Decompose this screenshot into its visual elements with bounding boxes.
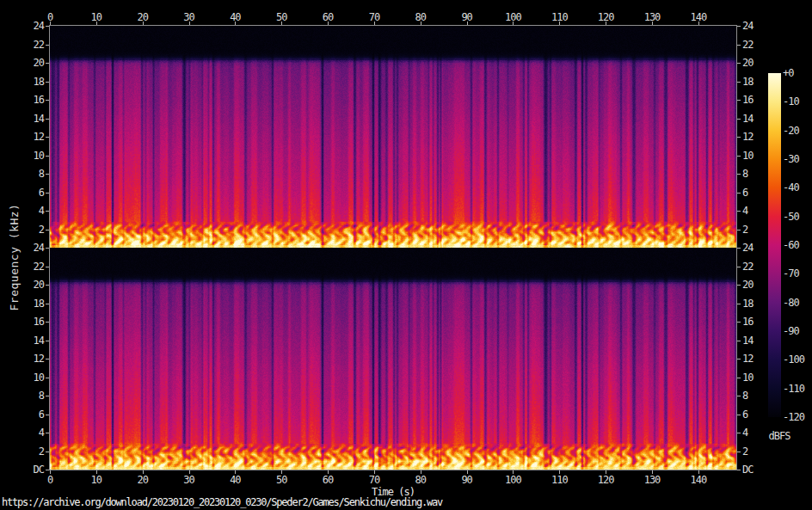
time-tick-label: 140 [681, 474, 716, 486]
freq-tick-label: 20 [15, 279, 44, 291]
freq-tick-label: 16 [15, 316, 44, 328]
freq-tick [46, 100, 49, 101]
freq-tick-label: 8 [15, 168, 44, 180]
freq-tick [737, 415, 741, 415]
freq-tick [46, 63, 49, 64]
freq-tick [46, 174, 49, 175]
time-tick-label: 120 [588, 474, 623, 486]
freq-tick [737, 26, 741, 27]
freq-tick [46, 156, 49, 157]
freq-tick [737, 119, 741, 120]
freq-tick-label: 4 [15, 427, 44, 439]
time-tick-label: 10 [79, 11, 114, 23]
time-tick-label: 50 [264, 474, 298, 486]
freq-tick [46, 26, 49, 27]
colorbar-tick-label: -20 [783, 125, 812, 137]
colorbar-unit-label: dBFS [754, 430, 804, 442]
freq-tick [737, 230, 741, 230]
freq-tick [737, 193, 741, 194]
freq-tick [737, 470, 741, 470]
freq-tick [737, 82, 741, 83]
time-tick-label: 60 [311, 11, 345, 23]
time-tick-label: 60 [311, 474, 345, 486]
time-tick-label: 70 [357, 474, 391, 486]
freq-tick [46, 230, 49, 230]
freq-tick [46, 322, 49, 323]
freq-tick-label: 18 [15, 76, 44, 88]
freq-tick [46, 433, 49, 433]
time-tick-label: 100 [495, 474, 530, 486]
time-tick-label: 10 [79, 474, 114, 486]
time-tick-label: 40 [218, 474, 252, 486]
freq-tick-label: 22 [15, 39, 44, 51]
time-tick-label: 90 [450, 474, 484, 486]
freq-tick [737, 45, 741, 46]
freq-tick-label: 20 [742, 57, 777, 69]
freq-tick [737, 156, 741, 157]
freq-tick [46, 285, 49, 286]
time-tick-label: 90 [450, 11, 484, 23]
spectrogram-channel-2 [50, 248, 736, 470]
time-tick-label: 20 [126, 474, 160, 486]
freq-tick-label: 24 [15, 20, 44, 32]
freq-tick [46, 82, 49, 83]
freq-tick-label: 2 [15, 445, 44, 458]
freq-tick [46, 452, 49, 452]
freq-tick-label: 24 [742, 20, 777, 32]
colorbar-tick-label: -30 [783, 153, 812, 165]
freq-tick-label: 4 [15, 205, 44, 217]
freq-tick [46, 341, 49, 341]
freq-tick-label: 12 [15, 353, 44, 365]
time-tick-label: 110 [542, 11, 576, 23]
freq-tick [46, 119, 49, 120]
time-tick-label: 30 [172, 11, 206, 23]
freq-tick-label: 6 [15, 409, 44, 421]
colorbar-tick-label: -50 [783, 211, 812, 223]
freq-tick [737, 304, 741, 304]
freq-tick [737, 341, 741, 341]
freq-tick-label: 2 [15, 224, 44, 236]
freq-tick-label: 2 [742, 445, 777, 458]
freq-tick [737, 433, 741, 433]
freq-tick [737, 378, 741, 378]
spectrogram-figure: Frequency (kHz) 001010202030304040505060… [0, 0, 812, 510]
time-tick-label: 130 [635, 11, 669, 23]
freq-tick [737, 63, 741, 64]
freq-tick-label: 24 [15, 242, 44, 254]
freq-tick-label: 18 [15, 298, 44, 310]
freq-tick-label: 14 [15, 335, 44, 347]
time-tick-label: 130 [635, 474, 669, 486]
time-tick-label: 30 [172, 474, 206, 486]
time-tick-label: 80 [403, 11, 438, 23]
freq-tick [46, 304, 49, 304]
freq-tick [737, 396, 741, 396]
freq-tick [737, 452, 741, 452]
colorbar-tick-label: -70 [783, 267, 812, 280]
colorbar [768, 73, 781, 417]
freq-tick-label: 10 [15, 372, 44, 384]
freq-tick [737, 211, 741, 212]
freq-tick [46, 248, 49, 249]
colorbar-tick-label: -110 [783, 383, 812, 395]
freq-tick [46, 193, 49, 194]
freq-tick-label: 22 [742, 39, 777, 51]
freq-tick [46, 415, 49, 415]
freq-tick [46, 137, 49, 138]
freq-tick-label: 8 [15, 390, 44, 402]
colorbar-tick-label: -40 [783, 181, 812, 194]
freq-tick [46, 267, 49, 267]
freq-tick [737, 248, 741, 249]
time-tick-label: 0 [33, 474, 67, 486]
time-tick-label: 140 [681, 11, 716, 23]
colorbar-tick-label: -90 [783, 325, 812, 337]
freq-tick [737, 100, 741, 101]
freq-tick-label: 14 [15, 113, 44, 125]
freq-tick-label: 12 [15, 131, 44, 143]
time-tick-label: 100 [495, 11, 530, 23]
colorbar-tick-label: -120 [783, 411, 812, 423]
time-tick-label: 50 [264, 11, 298, 23]
source-url-caption: https://archive.org/download/20230120_20… [2, 496, 442, 508]
freq-tick [737, 322, 741, 323]
time-tick-label: 80 [403, 474, 438, 486]
freq-tick-label: 20 [15, 57, 44, 69]
